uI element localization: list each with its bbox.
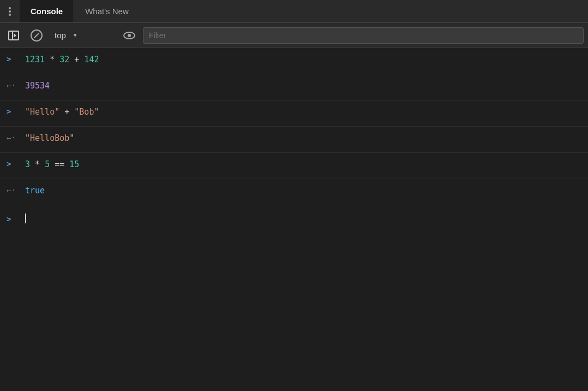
console-input-text: 1231 * 32 + 142 [25, 54, 99, 66]
console-output-text: 39534 [25, 80, 50, 92]
console-toolbar: top ▼ [0, 23, 588, 48]
console-entry-1: > 1231 * 32 + 142 [0, 48, 588, 74]
sidebar-panel-icon [8, 31, 19, 40]
input-chevron-2: > [7, 106, 20, 116]
tab-whats-new[interactable]: What's New [74, 0, 140, 22]
filter-input[interactable] [143, 27, 584, 44]
context-dropdown[interactable]: top ▼ [50, 28, 116, 42]
output-chevron: ←· [7, 80, 20, 90]
console-input-prompt[interactable]: > [0, 205, 588, 232]
console-output-text-3: true [25, 185, 45, 197]
sidebar-panel-button[interactable] [4, 27, 23, 44]
console-input-text-3: 3 * 5 == 15 [25, 158, 79, 171]
clear-console-icon [31, 29, 43, 42]
console-entry-3: > "Hello" + "Bob" [0, 100, 588, 127]
clear-console-button[interactable] [27, 27, 46, 44]
filter-container [143, 27, 584, 44]
tab-bar: Console What's New [0, 0, 588, 23]
console-entry-2: ←· 39534 [0, 74, 588, 100]
context-label: top [55, 31, 66, 40]
console-entry-4: ←· "HelloBob" [0, 127, 588, 153]
live-expressions-button[interactable] [120, 27, 139, 44]
console-entry-5: > 3 * 5 == 15 [0, 153, 588, 179]
more-options-button[interactable] [0, 0, 20, 22]
input-chevron-3: > [7, 158, 20, 168]
tab-console[interactable]: Console [20, 0, 74, 22]
eye-icon [123, 32, 135, 39]
output-chevron-2: ←· [7, 132, 20, 142]
output-chevron-3: ←· [7, 185, 20, 194]
console-content: > 1231 * 32 + 142 ←· 39534 > "Hello" + "… [0, 48, 588, 232]
input-chevron: > [7, 54, 20, 63]
console-entry-6: ←· true [0, 179, 588, 205]
prompt-chevron: > [7, 214, 20, 223]
console-output-text-2: "HelloBob" [25, 132, 74, 145]
console-cursor [25, 214, 26, 223]
console-input-text-2: "Hello" + "Bob" [25, 106, 99, 119]
chevron-down-icon: ▼ [73, 32, 78, 38]
